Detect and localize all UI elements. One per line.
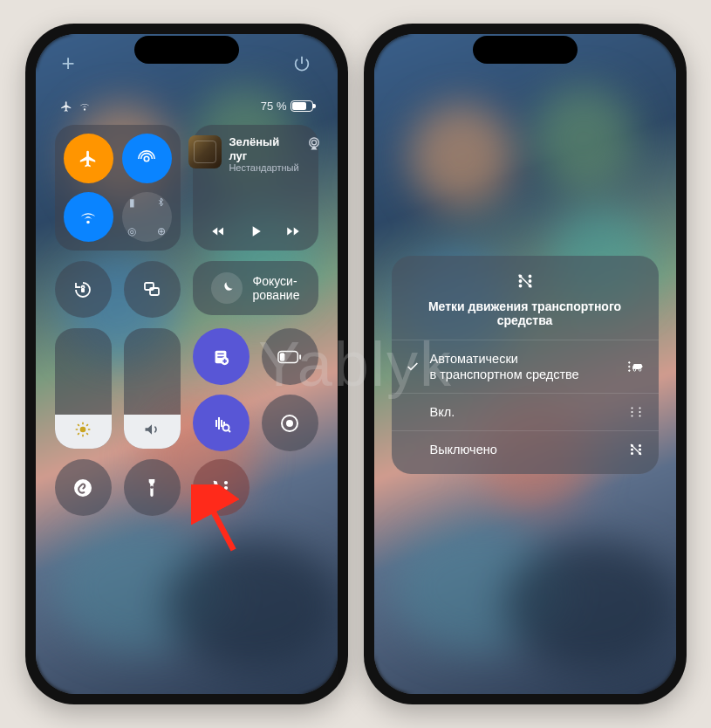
- svg-rect-11: [280, 353, 285, 361]
- svg-point-14: [286, 420, 293, 427]
- motion-option-label: Выключено: [430, 442, 619, 457]
- motion-cues-panel: Метки движения транспортного средства Ав…: [392, 256, 659, 474]
- motion-off-icon: [627, 442, 645, 457]
- checkmark-icon: [406, 360, 421, 374]
- motion-auto-icon: [627, 360, 645, 374]
- svg-point-30: [633, 369, 635, 371]
- add-controls-button[interactable]: +: [62, 50, 75, 77]
- svg-point-33: [631, 411, 632, 413]
- orientation-lock-button[interactable]: [55, 261, 112, 318]
- connectivity-more[interactable]: ▮ ◎ ⊕: [122, 192, 172, 242]
- motion-option-off[interactable]: Выключено: [392, 430, 659, 468]
- svg-point-24: [529, 275, 530, 277]
- svg-point-16: [215, 486, 217, 489]
- connectivity-group[interactable]: ▮ ◎ ⊕: [55, 125, 181, 251]
- volume-icon: [143, 421, 161, 438]
- battery-indicator: 75 %: [261, 100, 313, 113]
- screen-record-button[interactable]: [262, 395, 318, 451]
- album-art: [188, 135, 222, 168]
- play-button[interactable]: [247, 223, 264, 240]
- airdrop-button[interactable]: [122, 134, 172, 183]
- control-center-grid: ▮ ◎ ⊕: [55, 125, 318, 251]
- motion-option-label: Автоматически в транспортном средстве: [430, 351, 619, 382]
- dynamic-island: [134, 36, 239, 64]
- volume-slider[interactable]: [124, 328, 181, 449]
- status-bar: 75 %: [55, 100, 318, 113]
- focus-label: Фокуси- рование: [253, 274, 300, 302]
- motion-cues-panel-title: Метки движения транспортного средства: [392, 299, 659, 327]
- screen-right: Метки движения транспортного средства Ав…: [374, 34, 676, 694]
- svg-point-39: [631, 449, 632, 450]
- cellular-mini-icon: ▮: [122, 192, 143, 213]
- motion-option-on[interactable]: Вкл.: [392, 393, 659, 430]
- forward-button[interactable]: [284, 223, 303, 239]
- screen-left: + 75 %: [36, 34, 338, 694]
- phone-left: + 75 %: [25, 24, 348, 704]
- airplane-status-icon: [60, 100, 72, 113]
- music-title: Зелёный луг: [229, 135, 298, 162]
- focus-button[interactable]: Фокуси- рование: [193, 261, 318, 315]
- bluetooth-mini-icon: [151, 192, 172, 213]
- wifi-button[interactable]: [64, 192, 113, 242]
- brightness-slider[interactable]: [55, 328, 112, 449]
- quick-note-button[interactable]: [193, 328, 250, 385]
- brightness-icon: [74, 421, 92, 438]
- hotspot-mini-icon: ◎: [122, 222, 143, 243]
- battery-text: 75 %: [261, 100, 287, 113]
- svg-point-41: [639, 445, 640, 447]
- svg-point-2: [311, 141, 316, 145]
- focus-moon-icon: [211, 272, 243, 304]
- svg-point-36: [639, 411, 640, 413]
- airplay-icon[interactable]: [306, 135, 322, 151]
- motion-on-icon: [627, 404, 645, 420]
- sound-recognition-button[interactable]: [193, 395, 250, 451]
- flashlight-button[interactable]: [124, 459, 181, 516]
- dynamic-island: [473, 36, 578, 64]
- low-power-button[interactable]: [262, 328, 318, 385]
- svg-point-31: [639, 369, 640, 371]
- motion-cues-panel-icon: [392, 271, 659, 291]
- svg-point-12: [223, 424, 229, 430]
- svg-point-35: [639, 408, 640, 409]
- svg-point-40: [631, 453, 632, 455]
- svg-point-37: [639, 416, 640, 417]
- svg-rect-3: [81, 288, 85, 292]
- power-button[interactable]: [292, 54, 311, 73]
- motion-cues-button[interactable]: [193, 459, 250, 516]
- svg-point-32: [631, 408, 632, 409]
- svg-point-25: [529, 280, 530, 282]
- svg-point-28: [628, 366, 630, 367]
- empty-slot: [262, 459, 318, 516]
- motion-option-auto[interactable]: Автоматически в транспортном средстве: [392, 340, 659, 393]
- svg-point-23: [519, 285, 521, 286]
- rewind-button[interactable]: [209, 223, 228, 239]
- phone-right: Метки движения транспортного средства Ав…: [364, 24, 687, 704]
- shazam-button[interactable]: [55, 459, 112, 516]
- svg-point-17: [215, 491, 217, 494]
- motion-option-label: Вкл.: [430, 404, 619, 420]
- music-widget[interactable]: Зелёный луг Нестандартный: [193, 125, 318, 251]
- screen-mirroring-button[interactable]: [124, 261, 181, 318]
- svg-point-42: [639, 449, 640, 450]
- svg-point-0: [144, 156, 149, 161]
- svg-rect-10: [299, 354, 301, 360]
- svg-point-29: [628, 370, 630, 372]
- music-subtitle: Нестандартный: [229, 162, 298, 173]
- svg-point-18: [225, 481, 228, 484]
- svg-point-19: [225, 486, 228, 489]
- svg-point-22: [519, 280, 521, 282]
- svg-point-34: [631, 416, 632, 417]
- svg-point-6: [80, 427, 86, 433]
- svg-point-27: [628, 362, 630, 364]
- wifi-status-icon: [78, 100, 92, 113]
- vpn-mini-icon: ⊕: [151, 222, 172, 243]
- airplane-mode-button[interactable]: [64, 134, 113, 183]
